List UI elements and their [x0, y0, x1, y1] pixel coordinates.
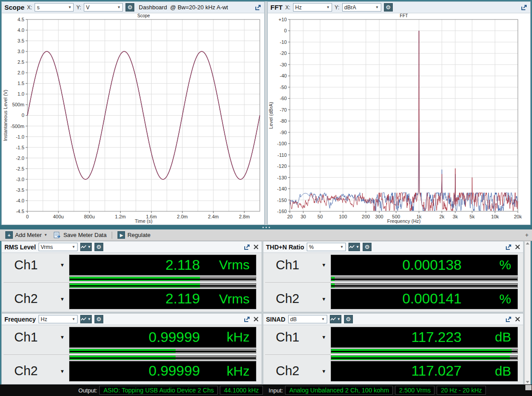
add-meter-button[interactable]: + Add Meter ▼ [3, 230, 50, 240]
sinad-title: SINAD [266, 316, 286, 323]
channel-divider [265, 348, 331, 361]
meter-style-icon [81, 317, 87, 322]
frequency-ch2-bar [69, 355, 256, 360]
regulate-button[interactable]: ▶ Regulate [115, 230, 153, 240]
scope-plot-body: 0400u800u1.2m1.6m2.0m2.4m2.8m4.54.03.53.… [2, 13, 264, 225]
thdn-popout-icon[interactable] [505, 244, 512, 250]
svg-text:10k: 10k [491, 214, 499, 219]
svg-text:-20: -20 [280, 50, 287, 56]
sinad-close-icon[interactable] [515, 316, 520, 322]
rms-unit-select[interactable]: Vrms ▼ [39, 243, 78, 251]
scroll-up-icon[interactable] [526, 242, 529, 245]
frequency-ch2-display: 0.99999 kHz [69, 361, 256, 382]
frequency-close-icon[interactable] [253, 316, 259, 322]
frequency-ch1-selector[interactable]: Ch1 ▼ [4, 327, 69, 348]
scope-panel-title: Scope [4, 4, 24, 11]
thdn-ch1-selector[interactable]: Ch1 ▼ [265, 255, 331, 276]
thdn-chart-style-button[interactable]: ▼ [348, 243, 360, 251]
rms-level-panel: RMS Level Vrms ▼ ▼ ⚙ Ch1 ▼ [1, 241, 262, 312]
svg-text:2.0m: 2.0m [177, 214, 188, 219]
thdn-close-icon[interactable] [515, 244, 520, 250]
thdn-ch2-selector[interactable]: Ch2 ▼ [265, 289, 331, 310]
sinad-body: Ch1 ▼ 117.223 dB Ch2 ▼ 117.027 [263, 325, 523, 384]
svg-text:2.0: 2.0 [18, 70, 24, 75]
thdn-ch2-unit: % [462, 291, 511, 307]
sinad-unit-select[interactable]: dB ▼ [288, 315, 327, 323]
rms-ch2-value: 2.119 [165, 291, 200, 307]
svg-text:1.2m: 1.2m [115, 214, 125, 219]
scope-panel-header: Scope X: s ▼ Y: V ▼ ⚙ Dashboard @ Bw=20-… [2, 2, 264, 13]
rms-bar-meters [69, 276, 256, 289]
sinad-ch2-value: 117.027 [411, 363, 462, 379]
svg-text:-2.5: -2.5 [16, 166, 24, 171]
scope-popout-icon[interactable] [255, 4, 262, 11]
sinad-settings-gear-icon[interactable]: ⚙ [344, 315, 353, 323]
sinad-header: SINAD dB ▼ ▼ ⚙ [263, 314, 523, 325]
svg-text:-110: -110 [278, 152, 287, 158]
fft-x-unit-select[interactable]: Hz ▼ [293, 3, 332, 12]
fft-popout-icon[interactable] [521, 4, 528, 11]
scroll-down-icon[interactable] [526, 381, 529, 383]
rms-ch1-unit: Vrms [200, 257, 250, 272]
meter-style-icon [330, 317, 336, 322]
rms-close-icon[interactable] [253, 244, 259, 250]
frequency-unit-select[interactable]: Hz ▼ [39, 315, 78, 323]
svg-text:-3.5: -3.5 [16, 187, 24, 193]
svg-text:-90: -90 [280, 130, 287, 135]
rms-ch1-selector[interactable]: Ch1 ▼ [4, 255, 69, 276]
frequency-popout-icon[interactable] [244, 316, 250, 322]
chevron-down-icon: ▼ [87, 245, 91, 249]
chevron-down-icon: ▼ [87, 317, 91, 321]
save-meter-data-button[interactable]: Save Meter Data [51, 231, 110, 240]
sinad-ch2-unit: dB [462, 364, 511, 379]
fft-settings-gear-icon[interactable]: ⚙ [384, 3, 393, 12]
thdn-ch1-bar [331, 276, 518, 281]
meter-style-icon [81, 245, 87, 249]
svg-text:-140: -140 [277, 186, 287, 191]
thdn-settings-gear-icon[interactable]: ⚙ [363, 243, 372, 251]
splitter-grip-icon [262, 227, 264, 228]
frequency-chart-style-button[interactable]: ▼ [80, 315, 92, 323]
toolbar-overflow-plus-icon[interactable]: + [525, 232, 529, 238]
scope-y-unit-value: V [86, 4, 90, 11]
rms-settings-gear-icon[interactable]: ⚙ [94, 243, 103, 251]
sinad-ch1-label: Ch1 [276, 330, 299, 345]
svg-text:Scope: Scope [137, 13, 150, 18]
channel-caret-icon: ▼ [60, 296, 65, 302]
splitter-grip-icon [269, 227, 270, 228]
svg-text:-50: -50 [280, 85, 287, 90]
fft-y-unit-select[interactable]: dBrA ▼ [342, 3, 381, 12]
rms-popout-icon[interactable] [244, 244, 250, 250]
save-data-icon [54, 232, 61, 239]
meter-toolbar: + Add Meter ▼ Save Meter Data ▶ Regulate… [0, 229, 532, 241]
bandwidth-badge: 20 Hz - 20 kHz [437, 386, 486, 395]
horizontal-splitter[interactable] [0, 225, 532, 229]
fft-plot-body: 2030501002003005001k2k3k5k10k20k+100-10-… [268, 13, 530, 225]
svg-text:5k: 5k [469, 214, 475, 219]
svg-text:50: 50 [317, 214, 323, 219]
thdn-unit-select[interactable]: % ▼ [307, 243, 346, 251]
svg-text:-4.5: -4.5 [16, 209, 24, 214]
sinad-chart-style-button[interactable]: ▼ [330, 315, 341, 323]
svg-text:Frequency (Hz): Frequency (Hz) [387, 218, 420, 224]
thdn-title: THD+N Ratio [266, 244, 304, 251]
frequency-ch2-selector[interactable]: Ch2 ▼ [4, 361, 69, 382]
scope-panel: Scope X: s ▼ Y: V ▼ ⚙ Dashboard @ Bw=20-… [1, 1, 265, 225]
fft-panel-title: FFT [270, 4, 283, 11]
svg-text:-1.5: -1.5 [16, 145, 24, 150]
scope-y-unit-select[interactable]: V ▼ [84, 3, 123, 12]
status-bar: Output: ASIO: Topping USB Audio Device 2… [0, 384, 532, 396]
channel-caret-icon: ▼ [321, 296, 326, 302]
meters-scrollbar[interactable] [524, 241, 531, 384]
sinad-popout-icon[interactable] [505, 316, 512, 322]
rms-chart-style-button[interactable]: ▼ [80, 243, 92, 251]
save-meter-data-label: Save Meter Data [63, 232, 107, 238]
sinad-ch1-selector[interactable]: Ch1 ▼ [265, 327, 331, 348]
scope-settings-gear-icon[interactable]: ⚙ [125, 3, 134, 12]
channel-caret-icon: ▼ [60, 334, 65, 340]
sinad-ch2-selector[interactable]: Ch2 ▼ [265, 361, 331, 382]
rms-ch2-selector[interactable]: Ch2 ▼ [4, 289, 69, 310]
frequency-panel: Frequency Hz ▼ ▼ ⚙ Ch1 ▼ [1, 313, 262, 384]
frequency-settings-gear-icon[interactable]: ⚙ [94, 315, 103, 323]
scope-x-unit-select[interactable]: s ▼ [35, 3, 74, 12]
